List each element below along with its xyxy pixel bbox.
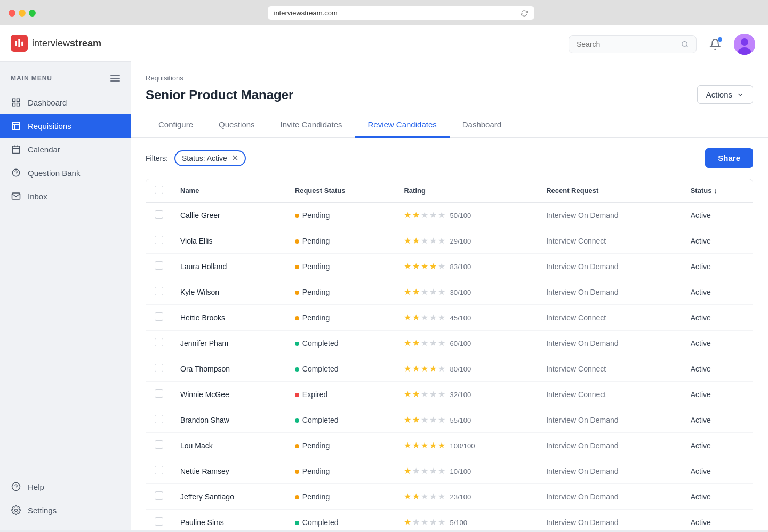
candidate-name[interactable]: Nettie Ramsey <box>172 458 286 484</box>
empty-star: ★ <box>421 287 428 297</box>
row-checkbox[interactable] <box>155 389 163 398</box>
help-icon <box>11 481 21 492</box>
candidate-name[interactable]: Kyle Wilson <box>172 279 286 305</box>
empty-star: ★ <box>429 210 437 220</box>
candidate-name[interactable]: Pauline Sims <box>172 510 286 531</box>
star-rating[interactable]: ★★★★★ <box>404 338 445 348</box>
filled-star: ★ <box>429 364 437 374</box>
row-checkbox[interactable] <box>155 440 163 449</box>
row-checkbox[interactable] <box>155 236 163 244</box>
candidate-name[interactable]: Jennifer Pham <box>172 331 286 356</box>
maximize-dot[interactable] <box>29 10 36 17</box>
star-rating[interactable]: ★★★★★ <box>404 364 445 374</box>
table-row[interactable]: Nettie RamseyPending★★★★★10/100Interview… <box>146 458 753 484</box>
tab-invite-candidates[interactable]: Invite Candidates <box>268 112 355 138</box>
row-checkbox[interactable] <box>155 415 163 423</box>
star-rating[interactable]: ★★★★★ <box>404 389 445 399</box>
candidate-name[interactable]: Ora Thompson <box>172 356 286 382</box>
sidebar-item-label-question-bank: Question Bank <box>28 168 80 178</box>
row-checkbox[interactable] <box>155 338 163 346</box>
star-rating[interactable]: ★★★★★ <box>404 287 445 297</box>
search-bar[interactable] <box>569 35 697 53</box>
close-dot[interactable] <box>9 10 15 17</box>
hamburger-icon[interactable] <box>110 75 120 82</box>
tab-review-candidates[interactable]: Review Candidates <box>355 112 450 138</box>
candidate-name[interactable]: Hettie Brooks <box>172 305 286 331</box>
avatar[interactable] <box>734 34 755 55</box>
table-row[interactable]: Callie GreerPending★★★★★50/100Interview … <box>146 203 753 228</box>
star-rating[interactable]: ★★★★★ <box>404 312 445 323</box>
row-checkbox[interactable] <box>155 261 163 270</box>
sidebar-item-dashboard[interactable]: Dashboard <box>0 91 131 114</box>
select-all-checkbox[interactable] <box>155 186 163 194</box>
sidebar-item-requisitions[interactable]: Requisitions <box>0 114 131 138</box>
score-text: 55/100 <box>450 416 471 424</box>
filter-tag-status[interactable]: Status: Active ✕ <box>174 150 246 166</box>
star-rating[interactable]: ★★★★★ <box>404 466 445 476</box>
score-text: 45/100 <box>450 314 471 322</box>
table-row[interactable]: Ora ThompsonCompleted★★★★★80/100Intervie… <box>146 356 753 382</box>
star-rating[interactable]: ★★★★★ <box>404 236 445 246</box>
star-rating[interactable]: ★★★★★ <box>404 491 445 502</box>
table-row[interactable]: Brandon ShawCompleted★★★★★55/100Intervie… <box>146 407 753 433</box>
candidate-name[interactable]: Laura Holland <box>172 254 286 279</box>
row-checkbox[interactable] <box>155 287 163 295</box>
col-status[interactable]: Status ↓ <box>682 179 753 203</box>
recent-request: Interview Connect <box>538 356 682 382</box>
sidebar-item-help[interactable]: Help <box>0 475 131 498</box>
status-badge: Active <box>682 407 753 433</box>
tab-questions[interactable]: Questions <box>206 112 268 138</box>
star-rating[interactable]: ★★★★★ <box>404 440 445 450</box>
sidebar-item-settings[interactable]: Settings <box>0 498 131 522</box>
star-rating[interactable]: ★★★★★ <box>404 210 445 220</box>
share-button[interactable]: Share <box>705 148 753 168</box>
content-area: Filters: Status: Active ✕ Share Name Req… <box>131 138 768 530</box>
candidate-name[interactable]: Jeffery Santiago <box>172 484 286 510</box>
row-checkbox[interactable] <box>155 210 163 219</box>
empty-star: ★ <box>429 517 437 527</box>
candidate-name[interactable]: Lou Mack <box>172 433 286 458</box>
browser-dots <box>9 10 36 17</box>
table-row[interactable]: Laura HollandPending★★★★★83/100Interview… <box>146 254 753 279</box>
filter-tag-close[interactable]: ✕ <box>231 154 238 163</box>
table-row[interactable]: Pauline SimsCompleted★★★★★5/100Interview… <box>146 510 753 531</box>
table-row[interactable]: Jennifer PhamCompleted★★★★★60/100Intervi… <box>146 331 753 356</box>
row-checkbox[interactable] <box>155 466 163 474</box>
request-status-text: Pending <box>302 467 330 475</box>
table-row[interactable]: Hettie BrooksPending★★★★★45/100Interview… <box>146 305 753 331</box>
empty-star: ★ <box>421 491 428 502</box>
table-row[interactable]: Jeffery SantiagoPending★★★★★23/100Interv… <box>146 484 753 510</box>
sidebar-item-inbox[interactable]: Inbox <box>0 184 131 208</box>
url-bar[interactable]: interviewstream.com <box>268 6 534 20</box>
empty-star: ★ <box>412 517 420 527</box>
request-status: Pending <box>286 228 396 254</box>
sidebar-item-question-bank[interactable]: Question Bank <box>0 161 131 184</box>
score-text: 50/100 <box>450 212 471 220</box>
table-row[interactable]: Viola EllisPending★★★★★29/100Interview C… <box>146 228 753 254</box>
status-indicator <box>295 342 299 346</box>
candidate-name[interactable]: Viola Ellis <box>172 228 286 254</box>
table-row[interactable]: Winnie McGeeExpired★★★★★32/100Interview … <box>146 382 753 407</box>
actions-button[interactable]: Actions <box>697 85 753 104</box>
row-checkbox[interactable] <box>155 312 163 321</box>
rating-cell: ★★★★★80/100 <box>395 356 538 382</box>
table-row[interactable]: Kyle WilsonPending★★★★★30/100Interview O… <box>146 279 753 305</box>
tab-configure[interactable]: Configure <box>146 112 206 138</box>
rating-cell: ★★★★★29/100 <box>395 228 538 254</box>
minimize-dot[interactable] <box>19 10 26 17</box>
star-rating[interactable]: ★★★★★ <box>404 517 445 527</box>
search-input[interactable] <box>577 40 677 49</box>
tab-dashboard[interactable]: Dashboard <box>450 112 514 138</box>
row-checkbox[interactable] <box>155 364 163 372</box>
svg-rect-7 <box>12 122 20 130</box>
row-checkbox[interactable] <box>155 517 163 526</box>
star-rating[interactable]: ★★★★★ <box>404 261 445 271</box>
table-row[interactable]: Lou MackPending★★★★★100/100Interview On … <box>146 433 753 458</box>
candidate-name[interactable]: Brandon Shaw <box>172 407 286 433</box>
row-checkbox[interactable] <box>155 491 163 500</box>
sidebar-item-calendar[interactable]: Calendar <box>0 138 131 161</box>
candidate-name[interactable]: Winnie McGee <box>172 382 286 407</box>
notification-button[interactable] <box>705 34 725 54</box>
candidate-name[interactable]: Callie Greer <box>172 203 286 228</box>
star-rating[interactable]: ★★★★★ <box>404 415 445 425</box>
